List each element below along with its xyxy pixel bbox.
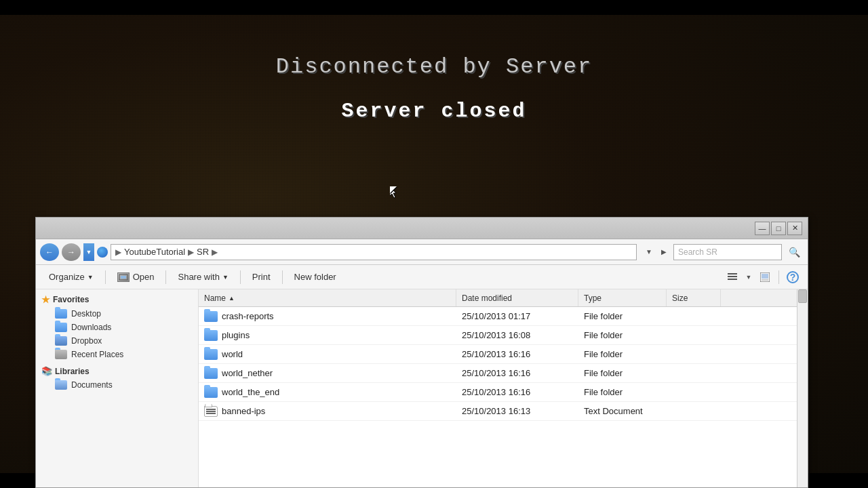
file-folder-icon	[204, 368, 218, 379]
maximize-button[interactable]: □	[771, 222, 786, 235]
libraries-icon: 📚	[41, 366, 52, 376]
file-name: world_the_end	[222, 387, 279, 397]
file-date: 25/10/2013 16:16	[456, 349, 578, 359]
sidebar-item-desktop[interactable]: Desktop	[36, 307, 198, 321]
path-separator-2: ▶	[188, 247, 194, 257]
libraries-label: Libraries	[55, 367, 90, 376]
file-date: 25/10/2013 16:08	[456, 330, 578, 340]
share-with-button[interactable]: Share with ▼	[170, 268, 235, 286]
organize-dropdown-icon: ▼	[87, 274, 94, 281]
address-path[interactable]: ▶ YoutubeTutorial ▶ SR ▶	[111, 244, 637, 260]
toolbar-separator-4	[282, 270, 283, 284]
forward-button[interactable]: →	[62, 243, 81, 261]
close-button[interactable]: ✕	[787, 222, 802, 235]
black-bar-top	[0, 0, 868, 15]
svg-rect-4	[728, 279, 737, 280]
toolbar: Organize ▼ Open Share with ▼ Print New f…	[36, 265, 808, 289]
file-name-cell: banned-ips	[199, 406, 456, 417]
new-folder-button[interactable]: New folder	[287, 268, 344, 286]
file-folder-icon	[204, 406, 218, 417]
sidebar-item-recent-places[interactable]: Recent Places	[36, 348, 198, 361]
help-icon: ?	[787, 271, 799, 283]
open-icon	[117, 272, 130, 282]
col-header-date[interactable]: Date modified	[456, 289, 578, 306]
nav-dropdown-button[interactable]: ▼	[83, 243, 94, 261]
recent-folder-icon	[55, 350, 67, 359]
share-with-label: Share with	[178, 272, 219, 282]
table-row[interactable]: crash-reports 25/10/2013 01:17 File fold…	[199, 307, 808, 326]
svg-rect-6	[762, 274, 768, 279]
sort-arrow-name: ▲	[229, 295, 235, 302]
file-folder-icon	[204, 311, 218, 322]
content-area: Name ▲ Date modified Type Size crash-rep…	[199, 289, 808, 487]
toolbar-separator-5	[778, 270, 779, 284]
disconnect-message: Server closed	[0, 100, 868, 123]
search-placeholder: Search SR	[678, 247, 717, 257]
main-area: ★ Favorites Desktop Downloads Dropbox	[36, 289, 808, 487]
computer-icon	[97, 247, 108, 258]
col-header-name[interactable]: Name ▲	[199, 289, 456, 306]
scrollbar-thumb[interactable]	[798, 289, 807, 303]
file-type: Text Document	[578, 406, 667, 416]
path-separator-1: ▶	[115, 247, 121, 257]
window-controls: — □ ✕	[755, 222, 802, 235]
documents-label: Documents	[71, 380, 113, 390]
desktop-label: Desktop	[71, 309, 101, 319]
libraries-header[interactable]: 📚 Libraries	[36, 364, 198, 378]
file-name-cell: world_nether	[199, 368, 456, 379]
column-headers: Name ▲ Date modified Type Size	[199, 289, 808, 307]
file-type: File folder	[578, 311, 667, 321]
toolbar-separator-3	[240, 270, 241, 284]
table-row[interactable]: world_nether 25/10/2013 16:16 File folde…	[199, 364, 808, 383]
print-button[interactable]: Print	[245, 268, 278, 286]
explorer-window: — □ ✕ ← → ▼ ▶ YoutubeTutorial ▶ SR ▶ ▼ ▶…	[35, 217, 808, 488]
view-preview-button[interactable]	[755, 268, 774, 286]
file-folder-icon	[204, 387, 218, 398]
sidebar-item-documents[interactable]: Documents	[36, 378, 198, 392]
downloads-folder-icon	[55, 323, 67, 332]
address-bar: ← → ▼ ▶ YoutubeTutorial ▶ SR ▶ ▼ ▶ Searc…	[36, 239, 808, 265]
libraries-section: 📚 Libraries Documents	[36, 364, 198, 392]
file-type: File folder	[578, 387, 667, 397]
sidebar-item-downloads[interactable]: Downloads	[36, 321, 198, 334]
path-arrow-down[interactable]: ▼	[642, 244, 656, 260]
toolbar-separator-1	[105, 270, 106, 284]
back-button[interactable]: ←	[40, 243, 59, 261]
file-type: File folder	[578, 349, 667, 359]
title-bar: — □ ✕	[36, 218, 808, 239]
table-row[interactable]: banned-ips 25/10/2013 16:13 Text Documen…	[199, 402, 808, 421]
path-part-2[interactable]: SR	[197, 247, 209, 257]
view-details-button[interactable]	[723, 268, 742, 286]
table-row[interactable]: plugins 25/10/2013 16:08 File folder	[199, 326, 808, 345]
favorites-label: Favorites	[53, 295, 89, 304]
help-button[interactable]: ?	[783, 268, 802, 286]
table-row[interactable]: world 25/10/2013 16:16 File folder	[199, 345, 808, 364]
minimize-button[interactable]: —	[755, 222, 770, 235]
file-name: world_nether	[222, 368, 273, 378]
open-button[interactable]: Open	[110, 268, 162, 286]
file-type: File folder	[578, 368, 667, 378]
path-part-1[interactable]: YoutubeTutorial	[124, 247, 185, 257]
dropbox-folder-icon	[55, 336, 67, 346]
search-button[interactable]: 🔍	[785, 243, 804, 261]
file-name-cell: world	[199, 349, 456, 360]
star-icon: ★	[41, 294, 50, 305]
documents-folder-icon	[55, 380, 67, 390]
search-box[interactable]: Search SR	[673, 244, 782, 260]
open-label: Open	[133, 272, 155, 282]
path-arrow-right[interactable]: ▶	[657, 244, 671, 260]
file-date: 25/10/2013 16:13	[456, 406, 578, 416]
sidebar: ★ Favorites Desktop Downloads Dropbox	[36, 289, 199, 487]
view-dropdown-button[interactable]: ▼	[743, 268, 754, 286]
table-row[interactable]: world_the_end 25/10/2013 16:16 File fold…	[199, 383, 808, 402]
svg-rect-7	[762, 279, 768, 281]
col-header-type[interactable]: Type	[578, 289, 667, 306]
col-header-size[interactable]: Size	[667, 289, 721, 306]
organize-button[interactable]: Organize ▼	[41, 268, 101, 286]
file-date: 25/10/2013 16:16	[456, 368, 578, 378]
vertical-scrollbar[interactable]	[797, 289, 808, 487]
svg-rect-1	[121, 276, 126, 279]
file-list: crash-reports 25/10/2013 01:17 File fold…	[199, 307, 808, 421]
sidebar-item-dropbox[interactable]: Dropbox	[36, 334, 198, 348]
favorites-header[interactable]: ★ Favorites	[36, 292, 198, 307]
